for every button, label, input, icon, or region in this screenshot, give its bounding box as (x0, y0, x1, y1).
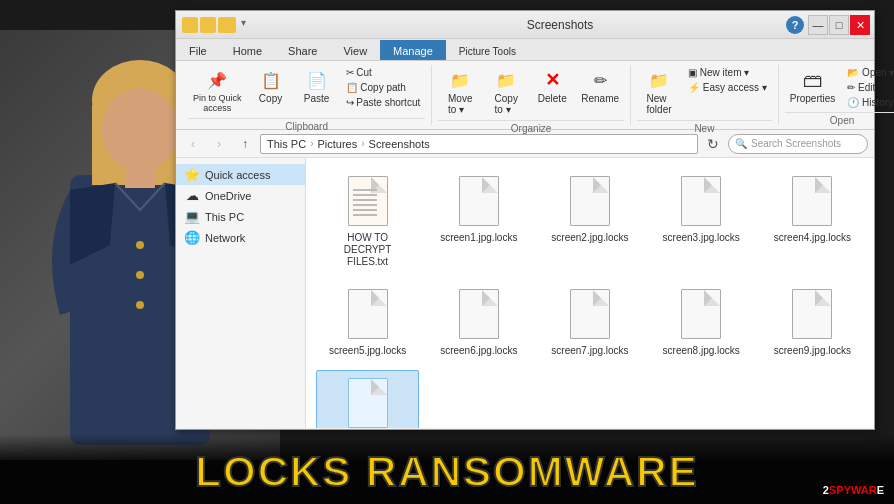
copy-label: Copy (259, 93, 282, 104)
file-area: HOW TODECRYPTFILES.txt screen1.jpg.locks… (306, 158, 874, 428)
refresh-button[interactable]: ↻ (702, 133, 724, 155)
file-item-screen8[interactable]: screen8.jpg.locks (650, 281, 753, 362)
sidebar-item-onedrive[interactable]: ☁ OneDrive (176, 185, 305, 206)
paste-shortcut-button[interactable]: ↪ Paste shortcut (341, 95, 426, 110)
easy-access-button[interactable]: ⚡ Easy access ▾ (683, 80, 772, 95)
ribbon-group-organize: 📁 Moveto ▾ 📁 Copyto ▾ ✕ Delete ✏ Rename (432, 65, 631, 125)
file-name-screen5: screen5.jpg.locks (329, 345, 406, 357)
title-icon-2 (200, 17, 216, 33)
delete-button[interactable]: ✕ Delete (530, 65, 574, 107)
copy-icon: 📋 (259, 68, 283, 92)
tab-file[interactable]: File (176, 40, 220, 60)
address-path[interactable]: This PC › Pictures › Screenshots (260, 134, 698, 154)
file-name-screen2: screen2.jpg.locks (551, 232, 628, 244)
delete-label: Delete (538, 93, 567, 104)
history-button[interactable]: 🕐 History (842, 95, 894, 110)
window-title: Screenshots (252, 18, 868, 32)
file-icon-screen1 (455, 173, 503, 229)
up-button[interactable]: ↑ (234, 133, 256, 155)
copy-path-button[interactable]: 📋 Copy path (341, 80, 426, 95)
file-icon-screen9 (788, 286, 836, 342)
copy-to-button[interactable]: 📁 Copyto ▾ (484, 65, 528, 118)
sidebar-item-thispc[interactable]: 💻 This PC (176, 206, 305, 227)
path-screenshots: Screenshots (369, 138, 430, 150)
file-icon-screen10 (344, 375, 392, 428)
thispc-label: This PC (205, 211, 244, 223)
file-icon-decrypt (344, 173, 392, 229)
back-button[interactable]: ‹ (182, 133, 204, 155)
file-icon-screen6 (455, 286, 503, 342)
sidebar-item-network[interactable]: 🌐 Network (176, 227, 305, 248)
file-item-screen6[interactable]: screen6.jpg.locks (427, 281, 530, 362)
forward-button[interactable]: › (208, 133, 230, 155)
explorer-window: ▾ Screenshots — □ ✕ File Home Share View… (175, 10, 875, 430)
minimize-button[interactable]: — (808, 15, 828, 35)
file-item-decrypt[interactable]: HOW TODECRYPTFILES.txt (316, 168, 419, 273)
help-button[interactable]: ? (786, 16, 804, 34)
quickaccess-label: Quick access (205, 169, 270, 181)
file-name-screen7: screen7.jpg.locks (551, 345, 628, 357)
clipboard-label: Clipboard (188, 118, 425, 132)
file-item-screen3[interactable]: screen3.jpg.locks (650, 168, 753, 273)
tab-view[interactable]: View (330, 40, 380, 60)
search-box[interactable]: 🔍 Search Screenshots (728, 134, 868, 154)
main-title: LOCKS RANSOMWARE (195, 448, 698, 496)
paste-icon: 📄 (305, 68, 329, 92)
cut-button[interactable]: ✂ Cut (341, 65, 426, 80)
svg-point-8 (136, 271, 144, 279)
sidebar-item-quickaccess[interactable]: ⭐ Quick access (176, 164, 305, 185)
ribbon-group-new: 📁 Newfolder ▣ New item ▾ ⚡ Easy access ▾… (631, 65, 779, 125)
edit-button[interactable]: ✏ Edit (842, 80, 894, 95)
close-button[interactable]: ✕ (850, 15, 870, 35)
onedrive-icon: ☁ (184, 188, 200, 203)
path-sep-2: › (361, 138, 364, 149)
pin-icon: 📌 (205, 68, 229, 92)
ribbon-group-open: 🗃 Properties 📂 Open ▾ ✏ Edit 🕐 History O… (779, 65, 894, 125)
tab-picture-tools[interactable]: Picture Tools (446, 40, 529, 60)
file-item-screen5[interactable]: screen5.jpg.locks (316, 281, 419, 362)
paste-button[interactable]: 📄 Paste (295, 65, 339, 107)
move-to-button[interactable]: 📁 Moveto ▾ (438, 65, 482, 118)
maximize-button[interactable]: □ (829, 15, 849, 35)
pin-to-quick-button[interactable]: 📌 Pin to Quickaccess (188, 65, 247, 116)
title-icon-arrow: ▾ (241, 17, 246, 33)
copy-to-icon: 📁 (494, 68, 518, 92)
properties-label: Properties (790, 93, 836, 104)
copy-button[interactable]: 📋 Copy (249, 65, 293, 107)
svg-point-4 (102, 88, 178, 172)
file-item-screen9[interactable]: screen9.jpg.locks (761, 281, 864, 362)
file-item-screen10[interactable]: screen10.jpg.locks (316, 370, 419, 428)
network-label: Network (205, 232, 245, 244)
file-name-decrypt: HOW TODECRYPTFILES.txt (344, 232, 392, 268)
file-item-screen2[interactable]: screen2.jpg.locks (538, 168, 641, 273)
path-pictures: Pictures (317, 138, 357, 150)
path-thispc: This PC (267, 138, 306, 150)
rename-button[interactable]: ✏ Rename (576, 65, 624, 107)
rename-label: Rename (581, 93, 619, 104)
properties-button[interactable]: 🗃 Properties (785, 65, 841, 107)
title-bar: ▾ Screenshots — □ ✕ (176, 11, 874, 39)
svg-point-7 (136, 241, 144, 249)
file-item-screen1[interactable]: screen1.jpg.locks (427, 168, 530, 273)
rename-icon: ✏ (588, 68, 612, 92)
explorer-body: ⭐ Quick access ☁ OneDrive 💻 This PC 🌐 Ne… (176, 158, 874, 428)
file-item-screen4[interactable]: screen4.jpg.locks (761, 168, 864, 273)
file-item-screen7[interactable]: screen7.jpg.locks (538, 281, 641, 362)
new-item-button[interactable]: ▣ New item ▾ (683, 65, 772, 80)
file-icon-screen4 (788, 173, 836, 229)
open-button[interactable]: 📂 Open ▾ (842, 65, 894, 80)
search-icon: 🔍 (735, 138, 747, 149)
new-folder-button[interactable]: 📁 Newfolder (637, 65, 681, 118)
file-name-screen8: screen8.jpg.locks (663, 345, 740, 357)
tab-share[interactable]: Share (275, 40, 330, 60)
tab-home[interactable]: Home (220, 40, 275, 60)
tab-manage[interactable]: Manage (380, 40, 446, 60)
thispc-icon: 💻 (184, 209, 200, 224)
address-bar: ‹ › ↑ This PC › Pictures › Screenshots ↻… (176, 130, 874, 158)
bottom-title-area: LOCKS RANSOMWARE (0, 434, 894, 504)
pin-label: Pin to Quickaccess (193, 93, 242, 113)
quickaccess-icon: ⭐ (184, 167, 200, 182)
file-icon-screen3 (677, 173, 725, 229)
file-icon-screen8 (677, 286, 725, 342)
title-icon-1 (182, 17, 198, 33)
